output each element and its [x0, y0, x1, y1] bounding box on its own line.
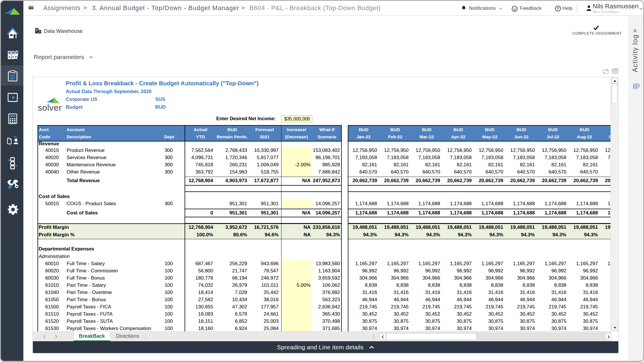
- svg-text:?: ?: [557, 6, 559, 11]
